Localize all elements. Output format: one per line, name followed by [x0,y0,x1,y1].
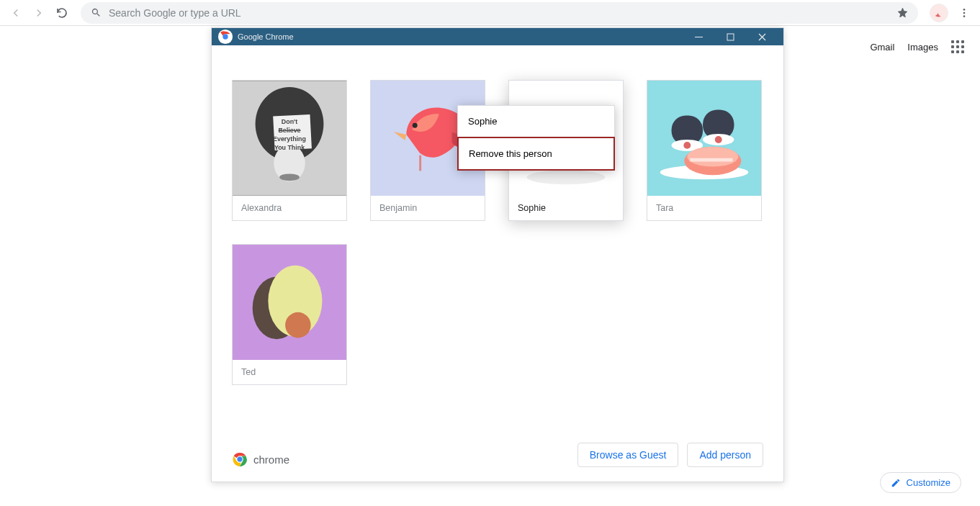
svg-point-26 [687,147,738,167]
svg-rect-27 [690,158,732,162]
svg-text:You Think: You Think [274,144,305,151]
avatar-alexandra: Don't Believe Everything You Think [233,81,346,196]
svg-point-16 [413,123,418,128]
maximize-button[interactable] [714,28,746,45]
pencil-icon [891,478,901,488]
profile-label: Sophie [509,196,623,220]
search-icon [91,7,102,18]
svg-rect-15 [419,155,421,171]
profile-context-menu: Sophie Remove this person [457,105,615,171]
svg-text:Believe: Believe [278,127,300,134]
svg-point-1 [963,12,966,14]
profile-label: Tara [647,196,761,220]
browser-menu-button[interactable] [954,3,974,23]
customize-button[interactable]: Customize [880,472,961,493]
chrome-brand-label: chrome [253,453,289,466]
chrome-logo-icon [232,451,248,467]
browser-toolbar [0,0,980,26]
customize-label: Customize [907,477,950,488]
profile-label: Ted [233,360,346,384]
profile-card-alexandra[interactable]: Don't Believe Everything You Think Alexa… [232,80,347,221]
svg-point-17 [527,170,606,184]
images-link[interactable]: Images [907,42,938,53]
svg-point-14 [279,173,300,181]
window-titlebar: Google Chrome [212,28,783,45]
chrome-icon [217,29,233,45]
back-button[interactable] [6,3,26,23]
svg-point-2 [963,15,966,17]
svg-point-0 [963,9,966,11]
omnibox[interactable] [81,2,918,24]
svg-rect-5 [727,34,734,40]
bookmark-star-icon[interactable] [897,7,908,18]
gmail-link[interactable]: Gmail [870,42,894,53]
svg-rect-4 [695,37,703,37]
forward-button[interactable] [29,3,49,23]
svg-point-21 [683,142,691,149]
profile-label: Benjamin [371,196,485,220]
svg-point-30 [285,312,311,338]
apps-grid-icon[interactable] [951,40,964,53]
avatar-tara [647,81,761,196]
minimize-button[interactable] [683,28,714,45]
context-menu-remove[interactable]: Remove this person [457,137,615,171]
reload-button[interactable] [52,3,72,23]
context-menu-name[interactable]: Sophie [458,106,614,137]
profile-card-tara[interactable]: Tara [647,80,762,221]
profile-content: Don't Believe Everything You Think Alexa… [212,45,783,482]
close-button[interactable] [746,28,778,45]
svg-text:Don't: Don't [282,118,297,125]
footer-buttons: Browse as Guest Add person [577,443,763,467]
svg-text:Everything: Everything [273,135,306,143]
ntp-header-links: Gmail Images [870,40,964,53]
add-person-button[interactable]: Add person [687,443,763,467]
profile-card-ted[interactable]: Ted [232,244,347,385]
window-title: Google Chrome [238,32,683,41]
omnibox-input[interactable] [109,7,890,19]
svg-point-24 [715,136,722,143]
profile-label: Alexandra [233,196,346,220]
profile-avatar-chip[interactable] [930,4,948,22]
profile-picker-window: Google Chrome Don't Believe Every [211,27,784,482]
browse-as-guest-button[interactable]: Browse as Guest [577,443,679,467]
avatar-ted [233,245,346,360]
